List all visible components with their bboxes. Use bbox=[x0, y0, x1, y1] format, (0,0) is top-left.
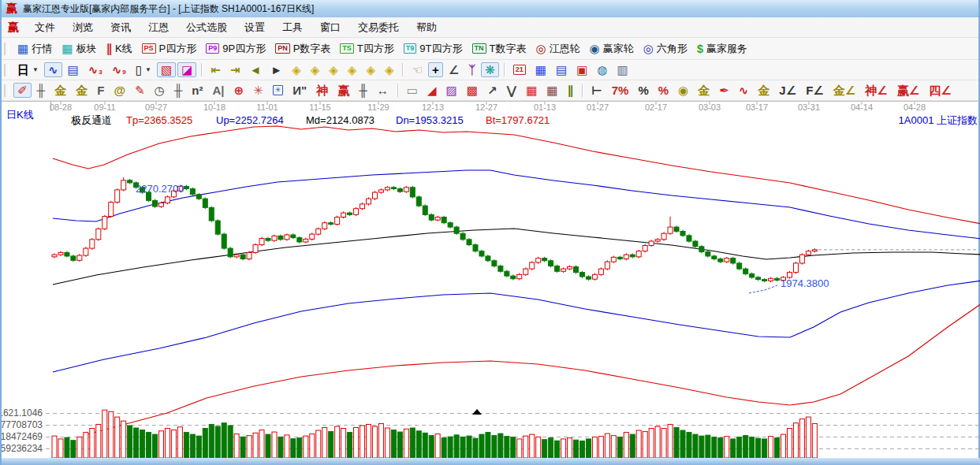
boxed-starburst-tool[interactable]: ✳ bbox=[269, 84, 288, 97]
winner-service-button[interactable]: $赢家服务 bbox=[693, 40, 751, 58]
diamond-arrow-left-button[interactable]: ◈ bbox=[288, 62, 305, 77]
calculator-button[interactable]: ▦ bbox=[531, 62, 550, 77]
percent-7-tool[interactable]: 7% bbox=[608, 83, 633, 98]
title-bar[interactable]: 赢 赢家江恩专业版[赢家内部服务平台] - [上证指数 SH1A0001-167… bbox=[2, 0, 978, 17]
zigzag-tool[interactable]: ∿ bbox=[44, 62, 62, 77]
period-day-dropdown[interactable]: 日▼ bbox=[13, 62, 43, 77]
red-pen-tool[interactable]: ✎ bbox=[131, 83, 149, 98]
menu-资讯[interactable]: 资讯 bbox=[102, 17, 140, 38]
p-square-button[interactable]: PSP四方形 bbox=[138, 40, 201, 58]
wave-3-tool[interactable]: ∿3 bbox=[84, 62, 106, 77]
save-button[interactable]: ▣ bbox=[572, 62, 591, 77]
eraser-pen-tool[interactable]: ✐ bbox=[13, 83, 32, 98]
diamond-arrow-expand-button[interactable]: ◈ bbox=[381, 62, 398, 77]
menu-江恩[interactable]: 江恩 bbox=[140, 17, 177, 38]
crosshair-tool[interactable]: + bbox=[428, 62, 443, 77]
gold-circle-tool[interactable]: ◉ bbox=[674, 83, 692, 98]
f-angle-tool[interactable]: F∠ bbox=[802, 83, 828, 98]
diamond-arrow-plus-button[interactable]: ◈ bbox=[362, 62, 379, 77]
diamond-arrow-both-button[interactable]: ◈ bbox=[325, 62, 342, 77]
menu-帮助[interactable]: 帮助 bbox=[408, 17, 445, 38]
grid-arrow-tool[interactable]: ▦ bbox=[542, 83, 561, 98]
gann-fan-tool[interactable]: ◢ bbox=[423, 83, 441, 98]
ink-flag-tool[interactable]: ✒ bbox=[715, 83, 733, 98]
gann-pattern-tool[interactable]: ▧ bbox=[157, 62, 176, 77]
pattern-brain-tool[interactable]: ❋ bbox=[481, 62, 499, 77]
shen-tool[interactable]: 神 bbox=[312, 83, 332, 98]
j-angle-tool[interactable]: J∠ bbox=[775, 83, 800, 98]
info-panel-button[interactable]: ▤ bbox=[64, 62, 83, 77]
width-arrows-tool[interactable]: ↔ bbox=[373, 83, 393, 98]
nine-t-square-button[interactable]: T99T四方形 bbox=[400, 40, 467, 58]
starburst-tool[interactable]: ✳ bbox=[249, 83, 267, 98]
si-angle-tool[interactable]: 四∠ bbox=[925, 83, 955, 98]
wave-9-tool-badge: 9 bbox=[122, 69, 125, 76]
kline-button[interactable]: ∥K线 bbox=[102, 40, 136, 58]
menu-公式选股[interactable]: 公式选股 bbox=[177, 17, 236, 38]
p-number-table-button[interactable]: PNP数字表 bbox=[271, 40, 334, 58]
pan-hand-tool[interactable]: ☜ bbox=[408, 62, 426, 77]
menu-文件[interactable]: 文件 bbox=[26, 17, 64, 38]
menu-浏览[interactable]: 浏览 bbox=[64, 17, 102, 38]
spiral-tool[interactable]: @ bbox=[110, 83, 129, 98]
win-angle-tool[interactable]: 赢∠ bbox=[893, 83, 923, 98]
text-annotation-tool[interactable]: A| bbox=[209, 83, 229, 98]
chart-canvas[interactable]: 08-2809-1109-2710-1811-0111-1511-2912-13… bbox=[2, 101, 980, 465]
f-ruler-tool[interactable]: F bbox=[93, 83, 108, 98]
angle-measure-tool[interactable]: ∠ bbox=[445, 62, 463, 77]
t-number-table-button[interactable]: TNT数字表 bbox=[468, 40, 531, 58]
gold-line-tool[interactable]: 金 bbox=[694, 83, 714, 98]
box-lines-tool[interactable]: ▭ bbox=[403, 83, 422, 98]
last-bar-button[interactable]: ⇥ bbox=[226, 62, 244, 77]
menu-交易委托[interactable]: 交易委托 bbox=[349, 17, 408, 38]
fractal-tool[interactable]: И" bbox=[289, 83, 311, 98]
remote-service-button[interactable]: ▥ bbox=[613, 62, 632, 77]
ruler2-tool[interactable]: ╫ bbox=[170, 83, 187, 98]
n-square-tool[interactable]: n² bbox=[188, 83, 207, 98]
diamond-arrow-cross-button[interactable]: ◈ bbox=[344, 62, 361, 77]
hexagon-button[interactable]: ◎六角形 bbox=[639, 40, 691, 58]
percent-tool[interactable]: % bbox=[634, 83, 652, 98]
menu-设置[interactable]: 设置 bbox=[236, 17, 274, 38]
nine-p-square-button[interactable]: P99P四方形 bbox=[202, 40, 270, 58]
candle-style-dropdown[interactable]: ▯▼ bbox=[132, 62, 155, 77]
gallery-tool[interactable]: ᛉ bbox=[464, 62, 479, 77]
gann-wheel-button[interactable]: ◎江恩轮 bbox=[531, 40, 583, 58]
x-box-tool[interactable]: ▩ bbox=[463, 83, 482, 98]
notes-button[interactable]: ▤ bbox=[552, 62, 571, 77]
gold-ruler-tool[interactable]: 金 bbox=[50, 83, 70, 98]
fan-box-tool[interactable]: ▨ bbox=[442, 83, 461, 98]
prev-bar-button[interactable]: ◄ bbox=[245, 62, 265, 77]
win-tool[interactable]: 赢 bbox=[333, 83, 353, 98]
v-lines-tool[interactable]: ⋁ bbox=[502, 83, 520, 98]
quotes-button[interactable]: ▦行情 bbox=[13, 40, 56, 58]
parallel-lines-tool[interactable]: ∥ bbox=[564, 83, 578, 98]
ruler-ticks-tool[interactable]: ╫ bbox=[33, 83, 50, 98]
ruler-123-tool[interactable]: ╫ bbox=[355, 83, 371, 98]
volume-bar bbox=[102, 410, 107, 458]
time-cycle-tool[interactable]: ◷ bbox=[151, 83, 169, 98]
calendar-button[interactable]: 21 bbox=[509, 63, 530, 76]
volume-profile-tool[interactable]: ◪ bbox=[177, 62, 196, 77]
gold-underline-tool[interactable]: 金 bbox=[754, 83, 773, 98]
web-button[interactable]: ◍ bbox=[593, 62, 611, 77]
sectors-button[interactable]: ▦板块 bbox=[58, 40, 100, 58]
next-bar-button[interactable]: ► bbox=[266, 62, 286, 77]
menu-窗口[interactable]: 窗口 bbox=[311, 17, 349, 38]
trend-line-tool[interactable]: ↗ bbox=[483, 83, 501, 98]
gold-ruler2-tool[interactable]: 金 bbox=[72, 83, 91, 98]
winner-wheel-button[interactable]: ◉赢家轮 bbox=[586, 40, 638, 58]
wave-channel-tool[interactable]: ∿ bbox=[735, 83, 753, 98]
menu-工具[interactable]: 工具 bbox=[274, 17, 311, 38]
t-square-button[interactable]: TST四方形 bbox=[336, 40, 397, 58]
gold-angle-tool[interactable]: 金∠ bbox=[829, 83, 859, 98]
price-scale-tool[interactable]: ⊢ bbox=[587, 83, 606, 98]
bottom-scrollbar[interactable] bbox=[2, 458, 980, 465]
wave-9-tool[interactable]: ∿9 bbox=[108, 62, 130, 77]
first-bar-button[interactable]: ⇤ bbox=[207, 62, 225, 77]
shen-angle-tool[interactable]: 神∠ bbox=[861, 83, 891, 98]
diamond-arrow-right-button[interactable]: ◈ bbox=[307, 62, 324, 77]
grid-red-tool[interactable]: ▦ bbox=[522, 83, 541, 98]
percent-line-tool[interactable]: % bbox=[654, 83, 673, 98]
circle-cross-tool[interactable]: ⊕ bbox=[230, 83, 248, 98]
